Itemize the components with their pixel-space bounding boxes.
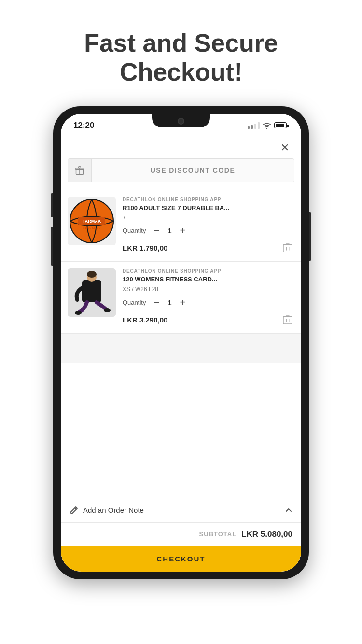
quantity-increase-1[interactable]: + [177, 296, 188, 308]
quantity-value-1: 1 [162, 298, 177, 307]
svg-rect-15 [82, 280, 101, 302]
delete-item-1[interactable] [281, 313, 294, 326]
svg-rect-20 [283, 317, 292, 324]
quantity-row-0: Quantity − 1 + [123, 224, 294, 236]
wifi-icon [263, 122, 271, 129]
quantity-row-1: Quantity − 1 + [123, 296, 294, 308]
svg-point-0 [266, 127, 267, 128]
price-row-1: LKR 3.290,00 [123, 313, 294, 326]
item-shop-name-1: DECATHLON ONLINE SHOPPING APP [123, 268, 294, 274]
trash-icon-0 [283, 242, 292, 253]
item-variant-1: XS / W26 L28 [123, 286, 294, 293]
close-button[interactable]: ✕ [278, 141, 292, 154]
discount-bar[interactable]: USE DISCOUNT CODE [68, 158, 294, 182]
subtotal-amount: LKR 5.080,00 [241, 530, 292, 539]
price-row-0: LKR 1.790,00 [123, 241, 294, 254]
checkout-button[interactable]: CHECKOUT [61, 546, 301, 572]
status-time: 12:20 [73, 121, 94, 130]
item-details-0: DECATHLON ONLINE SHOPPING APP R100 ADULT… [123, 197, 294, 255]
signal-icon [248, 122, 260, 129]
status-icons [248, 122, 289, 129]
cart-items-list: TARMAK R100 / SIZE 7 DECATHLON ONLINE SH… [61, 190, 301, 498]
subtotal-label: SUBTOTAL [199, 531, 237, 538]
basketball-svg: TARMAK R100 / SIZE 7 [68, 197, 116, 245]
quantity-value-0: 1 [162, 226, 177, 235]
app-content: ✕ USE DISCOUNT CODE [61, 135, 301, 572]
item-name-0: R100 ADULT SIZE 7 DURABLE BA... [123, 204, 294, 212]
battery-icon [274, 122, 289, 128]
empty-space [61, 334, 301, 363]
item-details-1: DECATHLON ONLINE SHOPPING APP 120 WOMENS… [123, 268, 294, 326]
front-camera [178, 118, 184, 125]
item-variant-0: 7 [123, 214, 294, 221]
notch [152, 114, 210, 127]
item-name-1: 120 WOMENS FITNESS CARD... [123, 276, 294, 284]
phone-mockup: 12:20 [53, 106, 309, 579]
delete-item-0[interactable] [281, 241, 294, 254]
svg-point-17 [87, 271, 97, 278]
close-row: ✕ [61, 135, 301, 158]
subtotal-bar: SUBTOTAL LKR 5.080,00 [61, 522, 301, 546]
svg-text:R100 / SIZE 7: R100 / SIZE 7 [83, 226, 101, 229]
fitness-svg [68, 268, 116, 317]
quantity-label-0: Quantity [123, 227, 146, 234]
item-shop-name-0: DECATHLON ONLINE SHOPPING APP [123, 197, 294, 202]
order-note-left: Add an Order Note [70, 506, 144, 515]
order-note-section[interactable]: Add an Order Note [61, 498, 301, 522]
side-button-left-bottom [51, 227, 53, 266]
phone-screen: 12:20 [61, 114, 301, 572]
checkout-button-label: CHECKOUT [157, 555, 206, 563]
page-title: Fast and Secure Checkout! [56, 29, 306, 87]
quantity-decrease-0[interactable]: − [151, 224, 162, 236]
svg-rect-9 [283, 245, 292, 252]
cart-item-1: DECATHLON ONLINE SHOPPING APP 120 WOMENS… [61, 262, 301, 334]
svg-point-19 [104, 308, 111, 312]
cart-item-0: TARMAK R100 / SIZE 7 DECATHLON ONLINE SH… [61, 190, 301, 262]
item-image-0: TARMAK R100 / SIZE 7 [68, 197, 116, 245]
trash-icon-1 [283, 314, 292, 325]
item-price-0: LKR 1.790,00 [123, 244, 167, 252]
side-button-left-top [51, 193, 53, 217]
svg-point-18 [75, 311, 82, 315]
edit-icon [70, 506, 78, 515]
gift-icon [75, 166, 84, 175]
svg-text:TARMAK: TARMAK [83, 219, 101, 224]
item-price-1: LKR 3.290,00 [123, 316, 167, 324]
order-note-label: Add an Order Note [83, 506, 144, 514]
side-button-right [309, 212, 311, 261]
chevron-up-icon [285, 506, 292, 514]
quantity-increase-0[interactable]: + [177, 224, 188, 236]
svg-line-25 [75, 508, 76, 509]
quantity-decrease-1[interactable]: − [151, 296, 162, 308]
discount-label: USE DISCOUNT CODE [92, 160, 294, 181]
item-image-1 [68, 268, 116, 317]
quantity-label-1: Quantity [123, 299, 146, 306]
gift-icon-wrap [68, 159, 92, 182]
